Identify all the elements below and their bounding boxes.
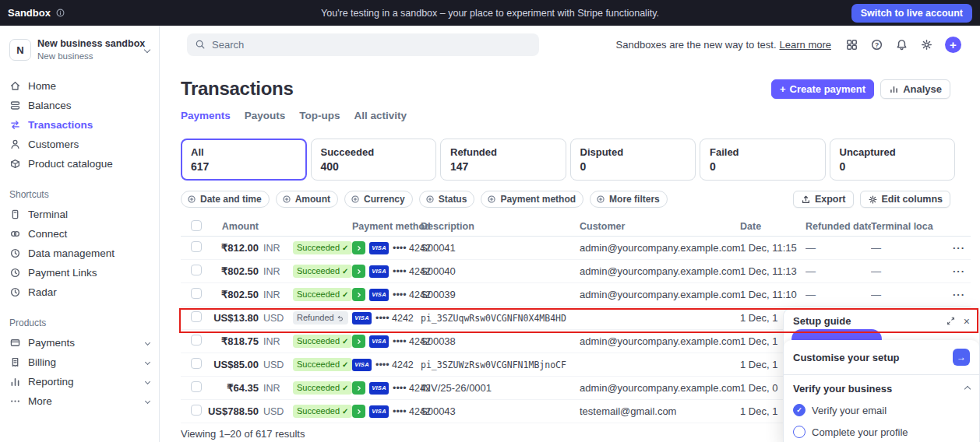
row-checkbox[interactable] xyxy=(191,335,202,346)
row-checkbox[interactable] xyxy=(191,358,202,369)
row-checkbox[interactable] xyxy=(191,241,202,252)
sidebar-item-connect[interactable]: Connect xyxy=(0,224,159,244)
tab-payments[interactable]: Payments xyxy=(181,110,231,121)
sidebar-item-billing[interactable]: Billing xyxy=(0,353,159,372)
summary-card-succeeded[interactable]: Succeeded400 xyxy=(311,139,437,181)
create-payment-button[interactable]: +Create payment xyxy=(771,79,874,99)
filter-chip-more-filters[interactable]: More filters xyxy=(590,191,668,208)
description: S00038 xyxy=(421,335,580,347)
sidebar-item-payment-links[interactable]: Payment Links xyxy=(0,263,159,282)
transaction-row[interactable]: ₹802.50INRSucceeded✓VISA•••• 4242S00039a… xyxy=(181,283,971,307)
summary-card-disputed[interactable]: Disputed0 xyxy=(570,139,696,181)
sidebar-item-data-management[interactable]: Data management xyxy=(0,244,159,263)
currency: USD xyxy=(259,360,287,370)
terminal-reader-icon xyxy=(352,381,365,395)
sidebar-item-radar[interactable]: Radar xyxy=(0,282,159,302)
row-checkbox[interactable] xyxy=(191,405,202,416)
row-checkbox[interactable] xyxy=(191,265,202,275)
stripe-sandbox-dashboard: Sandbox You're testing in a sandbox – yo… xyxy=(0,0,980,442)
account-switcher[interactable]: N New business sandbox New business xyxy=(0,35,159,65)
transaction-row[interactable]: ₹812.00INRSucceeded✓VISA•••• 4242S00041a… xyxy=(181,237,971,260)
tab-payouts[interactable]: Payouts xyxy=(245,110,286,121)
summary-card-uncaptured[interactable]: Uncaptured0 xyxy=(830,139,956,181)
refunded-date: — xyxy=(806,265,871,277)
column-header-refunded-date[interactable]: Refunded date xyxy=(806,221,871,232)
column-header-payment-method[interactable]: Payment method xyxy=(346,221,421,232)
status-badge: Succeeded✓ xyxy=(293,335,352,348)
sandboxes-icon[interactable] xyxy=(845,38,858,51)
notifications-icon[interactable] xyxy=(895,38,908,51)
filter-chip-status[interactable]: Status xyxy=(419,191,475,208)
sidebar-item-customers[interactable]: Customers xyxy=(0,135,159,154)
billing-icon xyxy=(9,356,21,368)
sidebar-item-balances[interactable]: Balances xyxy=(0,96,159,115)
tab-top-ups[interactable]: Top-ups xyxy=(299,110,340,121)
filter-chip-date-and-time[interactable]: Date and time xyxy=(181,191,270,208)
payments-icon xyxy=(9,337,21,349)
row-checkbox[interactable] xyxy=(191,381,202,392)
summary-card-label: All xyxy=(191,146,297,158)
info-icon[interactable] xyxy=(55,8,65,18)
sidebar-item-transactions[interactable]: Transactions xyxy=(0,115,159,135)
search-input[interactable] xyxy=(212,39,531,51)
analyse-button[interactable]: Analyse xyxy=(880,79,950,99)
column-header-date[interactable]: Date xyxy=(740,221,806,232)
search-icon xyxy=(195,39,206,50)
quick-create-button[interactable]: + xyxy=(945,37,961,53)
sandbox-label: Sandbox xyxy=(8,7,51,19)
help-icon[interactable]: ? xyxy=(870,38,883,51)
task-incomplete-icon xyxy=(793,426,806,438)
expand-icon[interactable] xyxy=(946,316,956,326)
sidebar-item-product-catalogue[interactable]: Product catalogue xyxy=(0,154,159,174)
close-icon[interactable]: × xyxy=(964,316,970,327)
settings-icon[interactable] xyxy=(920,38,933,51)
learn-more-link[interactable]: Learn more xyxy=(780,39,831,51)
arrow-right-button[interactable]: → xyxy=(953,349,970,366)
row-overflow-button[interactable]: ··· xyxy=(947,265,971,277)
row-checkbox[interactable] xyxy=(191,311,202,322)
column-header-terminal-loca[interactable]: Terminal loca xyxy=(871,221,947,232)
row-overflow-button[interactable]: ··· xyxy=(947,289,971,300)
search-bar[interactable] xyxy=(187,33,539,56)
verify-business-header[interactable]: Verify your business xyxy=(784,375,979,399)
account-subtitle: New business xyxy=(37,51,139,61)
sidebar-item-more[interactable]: More xyxy=(0,391,159,411)
export-button[interactable]: Export xyxy=(793,191,854,208)
visa-icon: VISA xyxy=(369,335,389,348)
circle-plus-icon xyxy=(187,195,196,204)
summary-card-failed[interactable]: Failed0 xyxy=(700,139,826,181)
setup-task-verify-your-email[interactable]: ✓Verify your email xyxy=(784,399,979,421)
summary-card-label: Disputed xyxy=(580,146,686,158)
filter-chip-payment-method[interactable]: Payment method xyxy=(481,191,583,208)
clock-icon xyxy=(9,267,21,279)
sidebar-item-terminal[interactable]: Terminal xyxy=(0,205,159,224)
tab-all-activity[interactable]: All activity xyxy=(354,110,407,121)
edit-columns-button[interactable]: Edit columns xyxy=(860,191,950,208)
customise-setup-row[interactable]: Customise your setup → xyxy=(784,340,979,374)
column-header-description[interactable]: Description xyxy=(421,221,580,232)
filter-chip-currency[interactable]: Currency xyxy=(344,191,413,208)
currency: INR xyxy=(259,289,287,300)
summary-card-refunded[interactable]: Refunded147 xyxy=(440,139,566,181)
column-header-customer[interactable]: Customer xyxy=(580,221,740,232)
summary-card-count: 147 xyxy=(450,160,556,173)
payment-method: VISA•••• 4242 xyxy=(346,405,421,418)
setup-task-complete-your-profile[interactable]: Complete your profile xyxy=(784,421,979,442)
sidebar-item-payments[interactable]: Payments xyxy=(0,333,159,353)
switch-to-live-button[interactable]: Switch to live account xyxy=(851,4,972,23)
row-overflow-button[interactable]: ··· xyxy=(947,242,971,254)
filter-chip-amount[interactable]: Amount xyxy=(276,191,338,208)
summary-card-all[interactable]: All617 xyxy=(181,139,307,181)
sandbox-message: You're testing in a sandbox – your place… xyxy=(321,8,659,19)
visa-icon: VISA xyxy=(369,265,389,278)
column-header-amount[interactable]: Amount xyxy=(207,221,259,232)
select-all-checkbox[interactable] xyxy=(191,220,202,231)
amount: US$788.50 xyxy=(207,405,259,417)
sidebar-item-label: Balances xyxy=(28,100,72,111)
sidebar-item-reporting[interactable]: Reporting xyxy=(0,372,159,391)
sidebar-item-home[interactable]: Home xyxy=(0,76,159,96)
circle-plus-icon xyxy=(487,195,496,204)
row-checkbox[interactable] xyxy=(191,288,202,299)
transaction-row[interactable]: ₹802.50INRSucceeded✓VISA•••• 4242S00040a… xyxy=(181,260,971,283)
description: S00043 xyxy=(421,405,580,417)
